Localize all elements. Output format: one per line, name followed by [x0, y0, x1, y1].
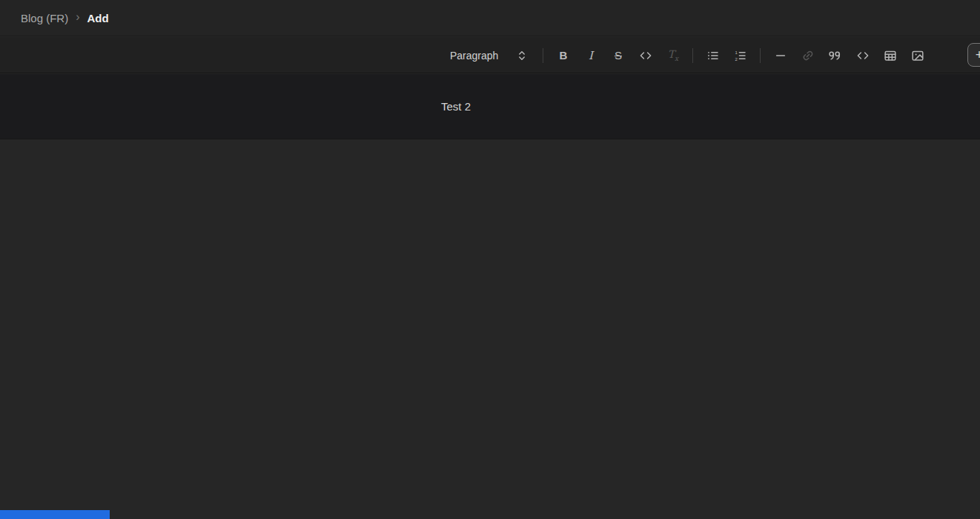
- clear-formatting-icon: Tx: [668, 48, 678, 62]
- link-icon: [801, 48, 815, 63]
- blockquote-button[interactable]: [824, 44, 847, 67]
- toolbar-divider: [760, 48, 761, 63]
- breadcrumb-separator-icon: ›: [76, 10, 79, 24]
- ordered-list-icon: 1 2: [733, 48, 748, 63]
- link-button[interactable]: [796, 44, 820, 67]
- code-block-icon: [855, 48, 870, 63]
- page: Blog (FR) › Add Paragraph B I: [0, 0, 980, 519]
- svg-text:2: 2: [735, 56, 738, 61]
- ordered-list-button[interactable]: 1 2: [729, 44, 752, 67]
- breadcrumb-current: Add: [87, 12, 109, 24]
- add-block-button[interactable]: +: [967, 43, 980, 67]
- richtext-toolbar: Paragraph B I S: [0, 37, 980, 73]
- italic-button[interactable]: I: [579, 44, 603, 67]
- breadcrumb-collection-link[interactable]: Blog (FR): [21, 12, 68, 24]
- blockquote-icon: [828, 48, 843, 63]
- toolbar-divider: [692, 48, 693, 63]
- block-type-label: Paragraph: [450, 50, 498, 62]
- table-button[interactable]: [878, 44, 902, 67]
- horizontal-rule-icon: [773, 48, 788, 63]
- toolbar-divider: [543, 48, 543, 63]
- italic-icon: I: [589, 49, 593, 62]
- inline-code-icon: [638, 48, 653, 63]
- svg-text:1: 1: [735, 50, 738, 54]
- image-button[interactable]: [906, 44, 930, 67]
- editor-empty-area[interactable]: [0, 140, 980, 519]
- code-block-button[interactable]: [851, 44, 875, 67]
- horizontal-rule-button[interactable]: [769, 44, 792, 67]
- unordered-list-button[interactable]: [701, 44, 725, 67]
- block-type-select[interactable]: Paragraph: [450, 49, 528, 62]
- table-icon: [883, 48, 898, 63]
- image-icon: [910, 48, 925, 63]
- strikethrough-button[interactable]: S: [606, 44, 630, 67]
- toolbar-items: Paragraph B I S: [450, 37, 931, 73]
- plus-icon: +: [976, 47, 980, 63]
- inline-code-button[interactable]: [634, 44, 658, 67]
- header-bar: Blog (FR) › Add: [0, 0, 980, 36]
- bold-button[interactable]: B: [552, 44, 575, 67]
- clear-formatting-button[interactable]: Tx: [661, 44, 685, 67]
- chevron-up-down-icon: [516, 49, 528, 62]
- strikethrough-icon: S: [615, 49, 622, 62]
- bold-icon: B: [559, 49, 567, 62]
- bottom-accent-bar: [0, 510, 110, 519]
- editor-content-band: Test 2: [0, 74, 980, 139]
- editor-paragraph-text[interactable]: Test 2: [441, 100, 471, 113]
- unordered-list-icon: [706, 48, 721, 63]
